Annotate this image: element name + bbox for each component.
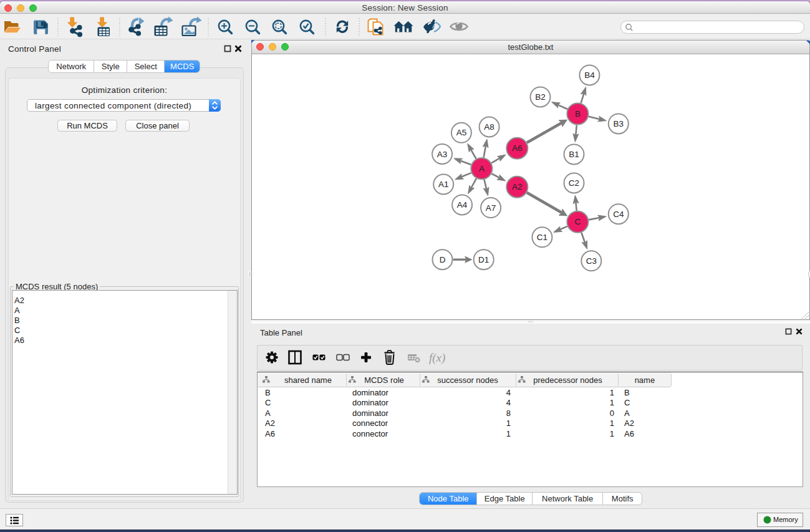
svg-text:D: D bbox=[440, 255, 446, 264]
svg-text:C2: C2 bbox=[569, 178, 579, 188]
svg-text:C1: C1 bbox=[537, 233, 547, 242]
svg-text:A4: A4 bbox=[457, 200, 468, 210]
svg-text:B1: B1 bbox=[569, 150, 579, 159]
svg-text:A7: A7 bbox=[486, 203, 496, 213]
svg-text:C: C bbox=[575, 217, 581, 226]
svg-text:C4: C4 bbox=[613, 210, 624, 219]
svg-text:A6: A6 bbox=[512, 143, 523, 153]
svg-text:D1: D1 bbox=[478, 255, 489, 264]
svg-text:A2: A2 bbox=[512, 182, 523, 191]
svg-text:B4: B4 bbox=[584, 70, 595, 80]
svg-text:A: A bbox=[479, 164, 485, 173]
svg-text:A1: A1 bbox=[438, 180, 449, 189]
svg-text:B: B bbox=[575, 109, 581, 118]
svg-text:f(x): f(x) bbox=[429, 351, 445, 365]
svg-text:A5: A5 bbox=[456, 128, 467, 137]
svg-text:A3: A3 bbox=[437, 150, 448, 159]
svg-text:B3: B3 bbox=[614, 119, 624, 128]
svg-text:A8: A8 bbox=[484, 122, 494, 132]
svg-text:B2: B2 bbox=[535, 92, 546, 102]
svg-text:C3: C3 bbox=[586, 256, 597, 266]
